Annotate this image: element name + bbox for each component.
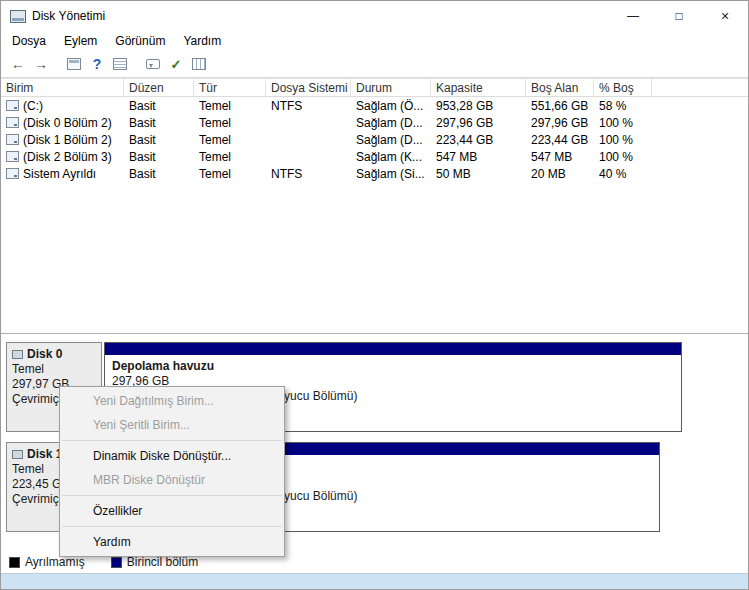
window-title: Disk Yönetimi (32, 9, 105, 23)
volume-icon (6, 100, 19, 111)
volume-free: 551,66 GB (526, 99, 594, 113)
volume-status: Sağlam (K... (351, 150, 431, 164)
volume-capacity: 297,96 GB (431, 116, 526, 130)
volume-icon (6, 117, 19, 128)
volume-status: Sağlam (D... (351, 116, 431, 130)
volume-layout: Basit (124, 150, 194, 164)
volume-fs: NTFS (266, 99, 351, 113)
close-button[interactable]: × (702, 1, 748, 31)
volume-free: 547 MB (526, 150, 594, 164)
legend-label: Birincil bölüm (127, 555, 198, 569)
volume-capacity: 223,44 GB (431, 133, 526, 147)
volume-pct-free: 100 % (594, 116, 652, 130)
volume-layout: Basit (124, 116, 194, 130)
menu-bar: Dosya Eylem Görünüm Yardım (1, 31, 748, 51)
volume-capacity: 50 MB (431, 167, 526, 181)
table-row[interactable]: (Disk 0 Bölüm 2) Basit Temel Sağlam (D..… (1, 114, 748, 131)
disk-icon (12, 450, 23, 459)
volume-free: 297,96 GB (526, 116, 594, 130)
app-icon (10, 10, 26, 23)
volume-name: Sistem Ayrıldı (23, 167, 96, 181)
window-controls: — □ × (610, 1, 748, 31)
callout-icon[interactable] (143, 55, 163, 73)
volume-free: 20 MB (526, 167, 594, 181)
back-icon[interactable]: ← (8, 55, 28, 73)
menu-gorunum[interactable]: Görünüm (106, 32, 174, 50)
maximize-button[interactable]: □ (656, 1, 702, 31)
menu-dosya[interactable]: Dosya (3, 32, 55, 50)
legend-item-unallocated: Ayrılmamış (9, 555, 85, 569)
menu-item-yeni-dagitilmis-birim: Yeni Dağıtılmış Birim... (60, 389, 284, 413)
menu-eylem[interactable]: Eylem (55, 32, 106, 50)
volume-name: (Disk 2 Bölüm 3) (23, 150, 112, 164)
menu-item-dinamik-diske-donustur[interactable]: Dinamik Diske Dönüştür... (60, 444, 284, 468)
volume-type: Temel (194, 167, 266, 181)
volume-icon (6, 134, 19, 145)
volume-icon (6, 168, 19, 179)
volume-icon (6, 151, 19, 162)
volume-layout: Basit (124, 167, 194, 181)
volume-type: Temel (194, 150, 266, 164)
volume-name: (Disk 1 Bölüm 2) (23, 133, 112, 147)
column-header-kapasite[interactable]: Kapasite (431, 79, 526, 96)
checkmark-icon[interactable]: ✓ (166, 55, 186, 73)
disk-management-window: Disk Yönetimi — □ × Dosya Eylem Görünüm … (0, 0, 749, 590)
volume-pct-free: 58 % (594, 99, 652, 113)
column-header-dosya-sistemi[interactable]: Dosya Sistemi (266, 79, 351, 96)
partition-name: Depolama havuzu (112, 359, 674, 374)
legend-item-primary: Birincil bölüm (111, 555, 198, 569)
menu-item-ozellikler[interactable]: Özellikler (60, 499, 284, 523)
status-bar (1, 573, 748, 589)
disk-label: Disk 0 (27, 347, 62, 362)
volume-pct-free: 100 % (594, 133, 652, 147)
column-header-tur[interactable]: Tür (194, 79, 266, 96)
table-row[interactable]: (Disk 1 Bölüm 2) Basit Temel Sağlam (D..… (1, 131, 748, 148)
column-header-durum[interactable]: Durum (351, 79, 431, 96)
volume-capacity: 547 MB (431, 150, 526, 164)
menu-yardim[interactable]: Yardım (174, 32, 230, 50)
column-header-yuzde-bos[interactable]: % Boş (594, 79, 652, 96)
table-row[interactable]: (Disk 2 Bölüm 3) Basit Temel Sağlam (K..… (1, 148, 748, 165)
unallocated-swatch (9, 557, 20, 568)
help-icon[interactable]: ? (87, 55, 107, 73)
table-row[interactable]: (C:) Basit Temel NTFS Sağlam (Ö... 953,2… (1, 97, 748, 114)
volume-status: Sağlam (D... (351, 133, 431, 147)
menu-separator (62, 440, 282, 441)
minimize-button[interactable]: — (610, 1, 656, 31)
toolbar: ← → ? ✓ (1, 51, 748, 78)
volume-fs: NTFS (266, 167, 351, 181)
volume-pct-free: 100 % (594, 150, 652, 164)
title-bar: Disk Yönetimi — □ × (1, 1, 748, 31)
volume-status: Sağlam (Ö... (351, 99, 431, 113)
views-icon[interactable] (189, 55, 209, 73)
volume-list-pane: Birim Düzen Tür Dosya Sistemi Durum Kapa… (1, 78, 748, 333)
volume-layout: Basit (124, 133, 194, 147)
volume-pct-free: 40 % (594, 167, 652, 181)
menu-item-mbr-diske-donustur: MBR Diske Dönüştür (60, 468, 284, 492)
legend-label: Ayrılmamış (25, 555, 85, 569)
column-header-bos-alan[interactable]: Boş Alan (526, 79, 594, 96)
volume-name: (Disk 0 Bölüm 2) (23, 116, 112, 130)
menu-separator (62, 495, 282, 496)
context-menu: Yeni Dağıtılmış Birim... Yeni Şeritli Bi… (59, 386, 285, 557)
volume-type: Temel (194, 133, 266, 147)
disk-icon (12, 350, 23, 359)
volume-free: 223,44 GB (526, 133, 594, 147)
forward-icon[interactable]: → (31, 55, 51, 73)
volume-name: (C:) (23, 99, 43, 113)
column-header-duzen[interactable]: Düzen (124, 79, 194, 96)
menu-separator (62, 526, 282, 527)
disk-type: Temel (12, 362, 96, 377)
menu-item-yeni-seritli-birim: Yeni Şeritli Birim... (60, 413, 284, 437)
menu-item-yardim[interactable]: Yardım (60, 530, 284, 554)
partition-band-primary (105, 343, 681, 355)
volume-type: Temel (194, 116, 266, 130)
volume-capacity: 953,28 GB (431, 99, 526, 113)
volume-type: Temel (194, 99, 266, 113)
volume-status: Sağlam (Si... (351, 167, 431, 181)
console-tree-icon[interactable] (64, 55, 84, 73)
primary-partition-swatch (111, 557, 122, 568)
column-header-birim[interactable]: Birim (1, 79, 124, 96)
table-row[interactable]: Sistem Ayrıldı Basit Temel NTFS Sağlam (… (1, 165, 748, 182)
details-icon[interactable] (110, 55, 130, 73)
